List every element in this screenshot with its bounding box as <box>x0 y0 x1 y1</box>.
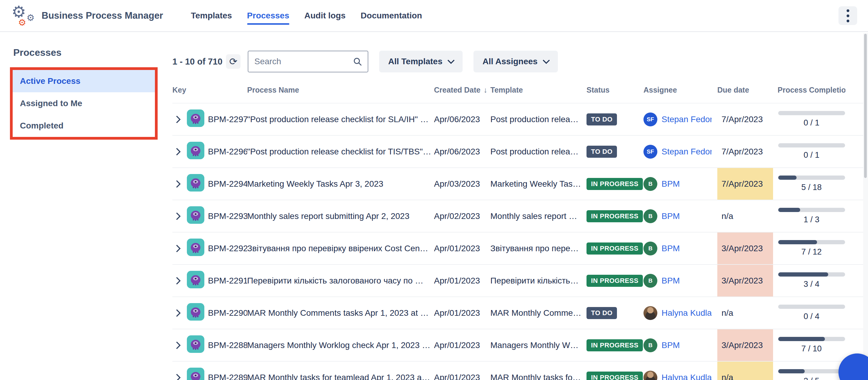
column-label: Status <box>587 86 610 94</box>
tab-documentation[interactable]: Documentation <box>361 11 422 21</box>
completion-label: 0 / 4 <box>804 312 819 321</box>
due-date-cell: 7/Apr/2023 <box>717 136 773 167</box>
column-label: Assignee <box>644 86 677 94</box>
search-icon <box>352 57 362 66</box>
assignee-cell: B BPM <box>644 274 717 288</box>
filter-label: All Assignees <box>483 57 538 66</box>
tab-processes[interactable]: Processes <box>247 11 289 21</box>
template-name: Marketing Weekly Tas… <box>490 179 587 189</box>
avatar-initials: B <box>644 241 657 256</box>
due-date-cell: 7/Apr/2023 <box>717 168 773 200</box>
column-label: Due date <box>717 86 749 94</box>
progress-bar <box>778 304 845 309</box>
filter-all-templates-dropdown[interactable]: All Templates <box>379 51 463 72</box>
column-header-process-completion[interactable]: Process Completion <box>778 86 845 94</box>
sidebar-item-assigned-to-me[interactable]: Assigned to Me <box>13 92 155 115</box>
expand-chevron-icon[interactable] <box>173 374 181 380</box>
assignee-link[interactable]: Stepan Fedorov <box>661 115 712 124</box>
tab-templates[interactable]: Templates <box>191 11 232 21</box>
process-key: BPM-2289 <box>208 373 247 380</box>
status-badge: IN PROGRESS <box>587 275 643 287</box>
table-row[interactable]: BPM-2296 "Post production release checkl… <box>173 136 868 168</box>
column-label: Created Date <box>434 86 480 94</box>
column-header-process-name[interactable]: Process Name <box>247 86 434 94</box>
column-header-created-date[interactable]: Created Date↓ <box>434 86 490 94</box>
column-header-status[interactable]: Status <box>587 86 644 94</box>
search-input[interactable] <box>254 56 352 67</box>
expand-chevron-icon[interactable] <box>173 342 181 349</box>
due-date-cell: 3/Apr/2023 <box>717 233 773 264</box>
created-date: Apr/01/2023 <box>434 341 490 350</box>
main-tabs: TemplatesProcessesAudit logsDocumentatio… <box>191 11 422 21</box>
assignee-link[interactable]: BPM <box>661 244 680 253</box>
refresh-button[interactable]: ⟳ <box>226 54 241 69</box>
table-row[interactable]: BPM-2294 Marketing Weekly Tasks Apr 3, 2… <box>173 168 868 200</box>
progress-bar <box>778 143 845 147</box>
gear-icon: ⚙ <box>18 18 26 27</box>
column-header-key[interactable]: Key <box>173 86 247 94</box>
assignee-link[interactable]: Halyna Kudlai <box>661 308 712 318</box>
table-row[interactable]: BPM-2288 Managers Monthly Worklog check … <box>173 329 868 361</box>
progress-bar-fill <box>778 208 801 212</box>
app-title: Business Process Manager <box>41 10 163 21</box>
progress-bar-fill <box>778 176 797 180</box>
created-date: Apr/06/2023 <box>434 147 490 156</box>
created-date: Apr/03/2023 <box>434 179 490 189</box>
table-row[interactable]: BPM-2291 Перевірити кількість залоговано… <box>173 265 868 297</box>
avatar-initials: B <box>644 339 657 352</box>
expand-chevron-icon[interactable] <box>173 309 181 317</box>
expand-chevron-icon[interactable] <box>173 180 181 187</box>
assignee-link[interactable]: Stepan Fedorov <box>661 147 712 156</box>
assignee-link[interactable]: BPM <box>661 179 680 189</box>
template-name: MAR Monthly Comme… <box>490 308 587 318</box>
sort-desc-icon: ↓ <box>484 86 487 94</box>
process-table: BPM-2297 "Post production release checkl… <box>173 103 868 380</box>
progress-bar-fill <box>778 272 829 276</box>
filter-all-assignees-dropdown[interactable]: All Assignees <box>473 51 558 72</box>
process-key: BPM-2288 <box>208 341 247 350</box>
table-row[interactable]: BPM-2293 Monthly sales report submitting… <box>173 200 868 233</box>
kebab-menu-button[interactable] <box>838 6 857 25</box>
sidebar-item-completed[interactable]: Completed <box>13 115 155 137</box>
expand-chevron-icon[interactable] <box>173 277 181 284</box>
completion-cell: 7 / 12 <box>778 240 845 257</box>
completion-label: 7 / 10 <box>801 344 822 353</box>
avatar-initials: SF <box>644 145 657 158</box>
template-name: Перевірити кількість… <box>490 276 587 286</box>
assignee-link[interactable]: BPM <box>661 211 680 221</box>
process-name: Marketing Weekly Tasks Apr 3, 2023 <box>247 179 434 189</box>
column-header-assignee[interactable]: Assignee <box>644 86 717 94</box>
assignee-cell: Halyna Kudlai <box>644 306 717 320</box>
column-header-template[interactable]: Template <box>490 86 587 94</box>
table-row[interactable]: BPM-2289 MAR Monthly tasks for teamlead … <box>173 361 868 380</box>
process-icon <box>187 303 208 323</box>
assignee-link[interactable]: BPM <box>661 276 680 286</box>
tab-audit-logs[interactable]: Audit logs <box>304 11 346 21</box>
status-badge: TO DO <box>587 146 617 158</box>
sidebar-item-active-process[interactable]: Active Process <box>13 70 155 92</box>
completion-label: 7 / 12 <box>801 247 822 257</box>
red-annotation-box: Active ProcessAssigned to MeCompleted <box>10 67 158 140</box>
scrollbar-thumb[interactable] <box>864 34 867 178</box>
column-header-due-date[interactable]: Due date <box>717 86 778 94</box>
due-date-cell: n/a <box>717 297 773 329</box>
table-row[interactable]: BPM-2297 "Post production release checkl… <box>173 104 868 136</box>
assignee-link[interactable]: BPM <box>661 341 680 350</box>
table-row[interactable]: BPM-2290 MAR Monthly Comments tasks Apr … <box>173 297 868 329</box>
completion-cell: 0 / 1 <box>778 111 845 127</box>
table-row[interactable]: BPM-2292 Звітування про перевірку ввірен… <box>173 233 868 265</box>
assignee-cell: SF Stepan Fedorov <box>644 145 717 158</box>
completion-cell: 3 / 4 <box>778 272 845 289</box>
process-key: BPM-2294 <box>208 179 247 189</box>
expand-chevron-icon[interactable] <box>173 116 181 123</box>
process-icon <box>187 142 208 162</box>
expand-chevron-icon[interactable] <box>173 212 181 220</box>
due-date-cell: 7/Apr/2023 <box>717 104 773 135</box>
expand-chevron-icon[interactable] <box>173 148 181 155</box>
due-date-text: 7/Apr/2023 <box>721 115 763 124</box>
progress-bar <box>778 369 845 373</box>
assignee-link[interactable]: Halyna Kudlai <box>661 373 712 380</box>
expand-chevron-icon[interactable] <box>173 244 181 252</box>
due-date-cell: 3/Apr/2023 <box>717 329 773 361</box>
assignee-cell: B BPM <box>644 339 717 352</box>
